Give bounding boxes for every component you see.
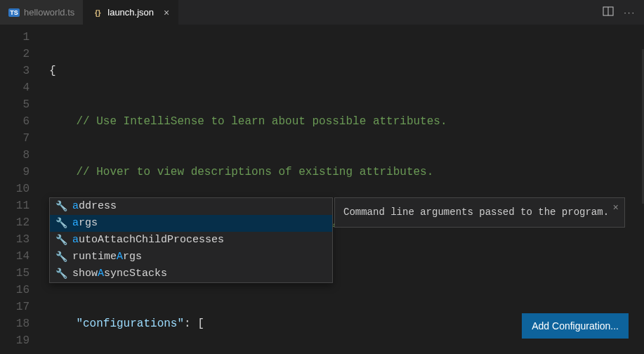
intellisense-doc-text: Command line arguments passed to the pro… bbox=[343, 206, 609, 218]
wrench-icon: 🔧 bbox=[55, 215, 67, 232]
suggest-item-address[interactable]: 🔧 address bbox=[50, 198, 332, 215]
tab-helloworld[interactable]: TS helloworld.ts bbox=[0, 0, 84, 25]
split-editor-icon[interactable] bbox=[603, 6, 614, 19]
intellisense-suggest-widget[interactable]: 🔧 address 🔧 args 🔧 autoAttachChildProces… bbox=[49, 197, 333, 283]
code-content[interactable]: { // Use IntelliSense to learn about pos… bbox=[49, 29, 644, 354]
typescript-file-icon: TS bbox=[8, 7, 20, 18]
editor-title-actions: ··· bbox=[594, 0, 644, 25]
suggest-item-showasyncstacks[interactable]: 🔧 showAsyncStacks bbox=[50, 266, 332, 282]
suggest-item-args[interactable]: 🔧 args bbox=[50, 215, 332, 232]
suggest-item-autoattach[interactable]: 🔧 autoAttachChildProcesses bbox=[50, 232, 332, 249]
wrench-icon: 🔧 bbox=[55, 198, 67, 215]
wrench-icon: 🔧 bbox=[55, 249, 67, 266]
close-doc-icon[interactable]: × bbox=[613, 201, 619, 216]
line-number-gutter: 12345678910111213141516171819 bbox=[0, 29, 42, 349]
tab-label: launch.json bbox=[107, 7, 154, 18]
more-actions-icon[interactable]: ··· bbox=[624, 7, 636, 18]
tab-label: helloworld.ts bbox=[24, 7, 74, 18]
code-editor[interactable]: 12345678910111213141516171819 { // Use I… bbox=[0, 25, 644, 354]
wrench-icon: 🔧 bbox=[55, 232, 67, 249]
tab-bar: TS helloworld.ts {} launch.json × ··· bbox=[0, 0, 644, 25]
tab-launch-json[interactable]: {} launch.json × bbox=[84, 0, 178, 25]
intellisense-doc-flyout: × Command line arguments passed to the p… bbox=[334, 197, 625, 228]
suggest-item-runtimeargs[interactable]: 🔧 runtimeArgs bbox=[50, 249, 332, 266]
wrench-icon: 🔧 bbox=[55, 266, 67, 282]
json-file-icon: {} bbox=[92, 7, 103, 18]
close-tab-icon[interactable]: × bbox=[164, 8, 169, 18]
add-configuration-button[interactable]: Add Configuration... bbox=[522, 313, 629, 339]
